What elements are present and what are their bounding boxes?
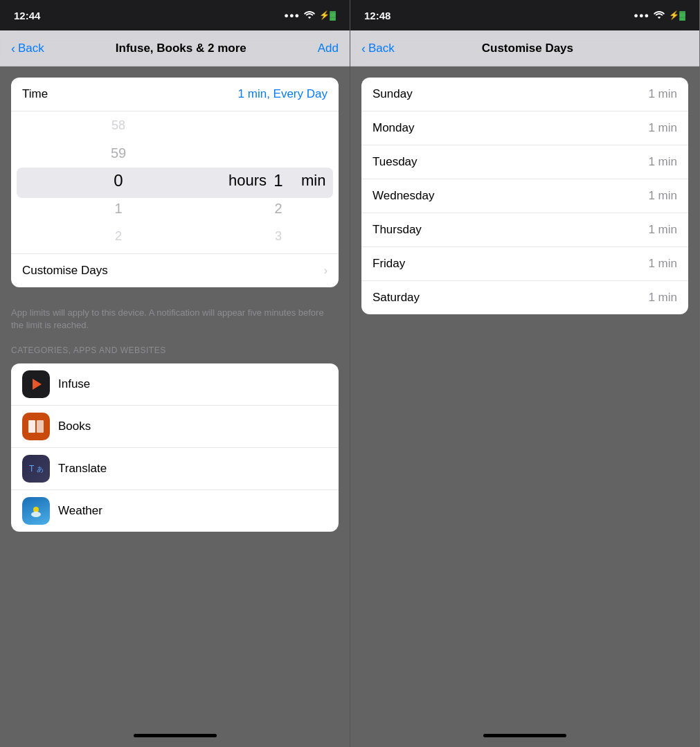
weather-icon: [22, 497, 50, 525]
hours-above2: 58: [17, 111, 220, 139]
translate-icon: T あ: [22, 455, 50, 483]
mins-below1: 2: [264, 195, 293, 222]
books-label: Books: [58, 420, 91, 433]
back-label-left: Back: [18, 42, 44, 55]
day-row-sunday[interactable]: Sunday 1 min: [361, 78, 688, 111]
time-picker[interactable]: 58 59 0 1 2 hours: [11, 111, 339, 253]
customise-days-chevron: ›: [324, 264, 327, 277]
battery-icon-right: ⚡▓: [669, 10, 685, 20]
content-right: Sunday 1 min Monday 1 min Tuesday 1 min …: [350, 66, 699, 723]
weather-label: Weather: [58, 504, 102, 518]
infuse-label: Infuse: [58, 377, 90, 391]
app-row-books[interactable]: Books: [11, 406, 339, 448]
categories-header: CATEGORIES, APPS AND WEBSITES: [0, 340, 350, 358]
mins-below2: 3: [264, 222, 293, 250]
right-phone-panel: 12:48 ●●● ⚡▓ ‹ Back Customise Days Sunda…: [350, 0, 699, 747]
status-bar-right: 12:48 ●●● ⚡▓: [350, 0, 699, 30]
friday-label: Friday: [373, 257, 405, 271]
app-row-infuse[interactable]: Infuse: [11, 363, 339, 406]
home-indicator-right: [350, 723, 699, 747]
nav-title-left: Infuse, Books & 2 more: [116, 42, 246, 55]
footer-note: App limits will apply to this device. A …: [0, 298, 350, 340]
mins-label-col: min: [298, 111, 333, 250]
time-right: 12:48: [364, 10, 391, 21]
left-phone-panel: 12:44 ●●● ⚡▓ ‹ Back Infuse, Books & 2 mo…: [0, 0, 350, 747]
app-row-weather[interactable]: Weather: [11, 490, 339, 532]
saturday-label: Saturday: [373, 291, 420, 305]
hours-above1: 59: [17, 139, 220, 167]
sunday-value: 1 min: [648, 87, 677, 101]
thursday-value: 1 min: [648, 223, 677, 237]
content-left: Time 1 min, Every Day 58 59 0 1 2: [0, 66, 350, 723]
home-indicator-left: [0, 723, 350, 747]
nav-title-right: Customise Days: [482, 42, 573, 55]
tuesday-value: 1 min: [648, 155, 677, 169]
hours-selected: 0: [17, 167, 220, 195]
svg-text:T: T: [29, 464, 35, 474]
hours-col: 58 59 0 1 2: [17, 111, 226, 250]
days-card: Sunday 1 min Monday 1 min Tuesday 1 min …: [361, 78, 688, 314]
status-bar-left: 12:44 ●●● ⚡▓: [0, 0, 350, 30]
svg-point-5: [33, 507, 39, 512]
hours-below2: 2: [17, 222, 220, 250]
home-bar-left: [134, 734, 217, 737]
add-button-left[interactable]: Add: [318, 42, 339, 55]
status-icons-left: ●●● ⚡▓: [284, 10, 336, 21]
day-row-wednesday[interactable]: Wednesday 1 min: [361, 179, 688, 213]
tuesday-label: Tuesday: [373, 155, 418, 169]
home-bar-right: [483, 734, 566, 737]
svg-rect-2: [37, 420, 44, 433]
signal-icon-left: ●●●: [284, 11, 300, 19]
nav-bar-right: ‹ Back Customise Days: [350, 30, 699, 66]
day-row-saturday[interactable]: Saturday 1 min: [361, 281, 688, 314]
day-row-friday[interactable]: Friday 1 min: [361, 247, 688, 281]
svg-rect-1: [28, 420, 35, 433]
time-value: 1 min, Every Day: [238, 87, 327, 101]
wifi-icon-right: [654, 10, 665, 21]
time-label: Time: [22, 87, 48, 101]
app-row-translate[interactable]: T あ Translate: [11, 448, 339, 490]
day-row-tuesday[interactable]: Tuesday 1 min: [361, 145, 688, 179]
status-icons-right: ●●● ⚡▓: [634, 10, 685, 21]
monday-label: Monday: [373, 121, 414, 135]
hours-label-col: hours: [226, 111, 264, 250]
books-icon: [22, 413, 50, 440]
customise-days-label: Customise Days: [22, 264, 108, 278]
wifi-icon-left: [304, 10, 315, 21]
day-row-thursday[interactable]: Thursday 1 min: [361, 213, 688, 247]
back-chevron-right: ‹: [361, 42, 366, 55]
mins-unit-label: min: [301, 167, 333, 195]
back-button-left[interactable]: ‹ Back: [11, 42, 44, 55]
nav-bar-left: ‹ Back Infuse, Books & 2 more Add: [0, 30, 350, 66]
customise-days-row[interactable]: Customise Days ›: [11, 253, 339, 287]
svg-text:あ: あ: [37, 465, 44, 473]
back-button-right[interactable]: ‹ Back: [361, 42, 395, 55]
sunday-label: Sunday: [373, 87, 413, 101]
saturday-value: 1 min: [648, 291, 677, 305]
time-card: Time 1 min, Every Day 58 59 0 1 2: [11, 78, 339, 287]
mins-col: 1 2 3: [264, 111, 298, 250]
time-left: 12:44: [14, 10, 40, 21]
picker-columns: 58 59 0 1 2 hours: [17, 111, 333, 250]
day-row-monday[interactable]: Monday 1 min: [361, 111, 688, 145]
back-label-right: Back: [368, 42, 395, 55]
svg-point-6: [31, 512, 41, 517]
translate-label: Translate: [58, 462, 107, 476]
friday-value: 1 min: [648, 257, 677, 271]
back-chevron-left: ‹: [11, 42, 15, 55]
battery-icon-left: ⚡▓: [319, 10, 336, 20]
hours-unit-label: hours: [228, 167, 264, 195]
wednesday-label: Wednesday: [373, 189, 434, 203]
hours-below1: 1: [17, 195, 220, 222]
signal-icon-right: ●●●: [634, 11, 649, 19]
thursday-label: Thursday: [373, 223, 422, 237]
monday-value: 1 min: [648, 121, 677, 135]
wednesday-value: 1 min: [648, 189, 677, 203]
svg-marker-0: [33, 379, 42, 390]
app-list: Infuse Books T あ Transla: [11, 363, 339, 532]
time-row[interactable]: Time 1 min, Every Day: [11, 78, 339, 111]
infuse-icon: [22, 370, 50, 398]
mins-selected: 1: [264, 167, 293, 195]
